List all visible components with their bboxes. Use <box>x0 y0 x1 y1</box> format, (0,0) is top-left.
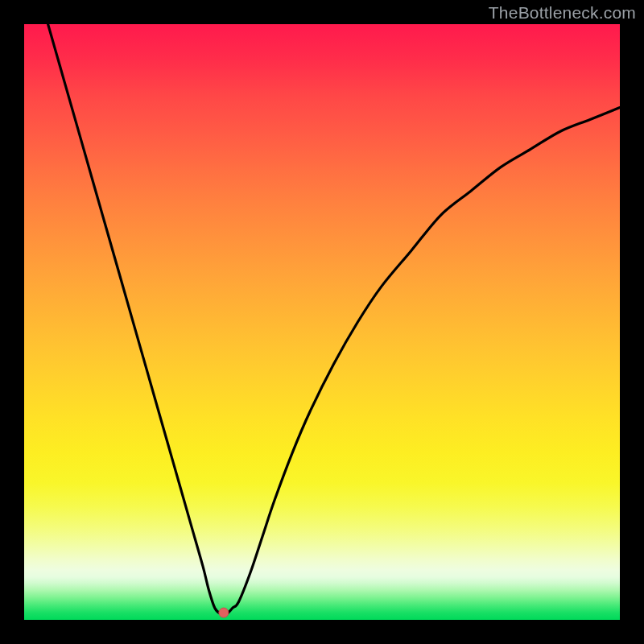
plot-area <box>24 24 620 620</box>
watermark-text: TheBottleneck.com <box>489 3 636 23</box>
optimum-marker <box>219 608 229 617</box>
chart-frame: TheBottleneck.com <box>0 0 644 644</box>
bottleneck-curve-path <box>48 24 620 615</box>
curve-layer <box>24 24 620 620</box>
